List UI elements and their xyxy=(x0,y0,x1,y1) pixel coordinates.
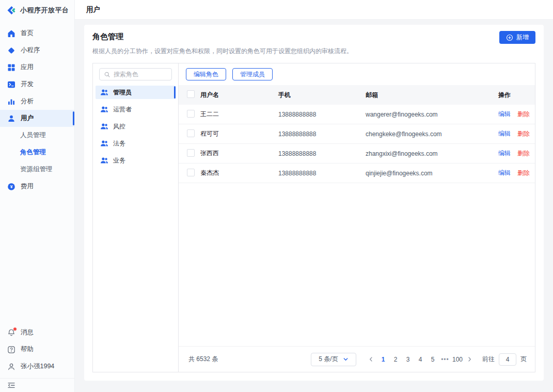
sidebar-item-develop[interactable]: 开发 xyxy=(0,76,74,93)
cell-phone: 13888888888 xyxy=(278,150,366,157)
sidebar-item-help[interactable]: 帮助 xyxy=(0,341,74,358)
bell-icon xyxy=(7,329,15,337)
delete-link[interactable]: 删除 xyxy=(517,129,530,138)
role-list: 管理员 运营者 风控 xyxy=(96,86,176,167)
role-item-label: 风控 xyxy=(113,122,125,131)
manage-members-button[interactable]: 管理成员 xyxy=(232,68,273,80)
edit-role-button[interactable]: 编辑角色 xyxy=(186,68,226,80)
sidebar-item-label: 开发 xyxy=(21,80,34,89)
delete-link[interactable]: 删除 xyxy=(517,110,530,119)
sidebar-item-apps[interactable]: 应用 xyxy=(0,59,74,76)
next-page-button[interactable] xyxy=(465,353,474,366)
app-root: 小程序开放平台 首页 小程序 应用 xyxy=(0,0,553,392)
brand: 小程序开放平台 xyxy=(0,0,74,21)
role-list-item[interactable]: 风控 xyxy=(96,120,176,133)
chevron-down-icon xyxy=(343,356,349,362)
role-panel: 管理员 运营者 风控 xyxy=(93,63,179,372)
page-description: 根据人员的分工协作，设置对应角色和权限，同时设置的角色可用于设置您组织内的审核流… xyxy=(92,47,535,56)
column-header-phone: 手机 xyxy=(278,91,366,100)
search-icon xyxy=(104,71,110,78)
app-logo-icon xyxy=(6,5,17,15)
cell-username: 秦杰杰 xyxy=(200,169,278,177)
page-number[interactable]: ••• xyxy=(440,353,450,366)
sidebar-item-label: 消息 xyxy=(21,328,34,337)
page-number[interactable]: 100 xyxy=(452,353,463,366)
sidebar-item-label: 帮助 xyxy=(21,345,34,354)
goto-label: 前往 xyxy=(482,355,495,364)
cell-username: 张西西 xyxy=(200,149,278,158)
page-number[interactable]: 5 xyxy=(428,353,438,366)
page-title: 角色管理 xyxy=(92,32,535,42)
role-list-item[interactable]: 管理员 xyxy=(96,86,176,99)
edit-link[interactable]: 编辑 xyxy=(498,169,511,177)
role-item-label: 运营者 xyxy=(113,105,132,114)
role-list-item[interactable]: 业务 xyxy=(96,154,176,167)
prev-page-button[interactable] xyxy=(367,353,376,366)
table-row: 程可可 13888888888 chengkeke@flnogeeks.com … xyxy=(179,124,535,144)
users-icon xyxy=(100,139,108,148)
svg-text:¥: ¥ xyxy=(10,184,13,189)
delete-link[interactable]: 删除 xyxy=(517,169,530,177)
page-number[interactable]: 4 xyxy=(415,353,425,366)
row-checkbox[interactable] xyxy=(187,169,195,176)
sidebar-item-billing[interactable]: ¥ 费用 xyxy=(0,178,74,195)
edit-link[interactable]: 编辑 xyxy=(498,129,511,138)
role-search-input[interactable] xyxy=(114,71,167,78)
add-button[interactable]: 新增 xyxy=(499,31,535,44)
row-checkbox[interactable] xyxy=(187,129,195,137)
table-row: 王二二 13888888888 wangerer@finogeeks.com 编… xyxy=(179,105,535,124)
table-body: 王二二 13888888888 wangerer@finogeeks.com 编… xyxy=(179,105,535,183)
role-list-item[interactable]: 法务 xyxy=(96,137,176,150)
page-size-select[interactable]: 5 条/页 xyxy=(311,353,356,366)
user-icon xyxy=(7,115,15,123)
table-empty-space xyxy=(179,183,535,346)
role-search[interactable] xyxy=(99,68,172,80)
page-number[interactable]: 2 xyxy=(390,353,401,366)
sidebar-subitem-personnel[interactable]: 人员管理 xyxy=(0,127,74,144)
sidebar-item-account[interactable]: 张小强1994 xyxy=(0,358,74,375)
column-header-actions: 操作 xyxy=(498,91,535,100)
delete-link[interactable]: 删除 xyxy=(517,149,530,158)
sidebar-item-label: 应用 xyxy=(21,63,34,72)
row-checkbox[interactable] xyxy=(187,110,195,118)
sidebar-footer: 消息 帮助 张小强19 xyxy=(0,324,74,392)
sidebar-item-miniprogram[interactable]: 小程序 xyxy=(0,42,74,59)
goto-page-input[interactable] xyxy=(499,353,516,366)
cell-email: qinjiejie@finogeeks.com xyxy=(366,170,498,177)
role-list-item[interactable]: 运营者 xyxy=(96,103,176,116)
row-checkbox[interactable] xyxy=(187,149,195,157)
members-table-area: 编辑角色 管理成员 用户名 手机 邮箱 操作 王二二 13888888888 w… xyxy=(179,63,535,372)
sidebar-item-label: 首页 xyxy=(21,29,34,38)
page-size-value: 5 条/页 xyxy=(319,355,338,364)
select-all-checkbox[interactable] xyxy=(187,90,195,98)
sidebar-item-analytics[interactable]: 分析 xyxy=(0,93,74,110)
terminal-icon xyxy=(7,80,15,89)
sidebar-item-label: 分析 xyxy=(21,97,34,106)
cell-email: zhangxixi@finogeeks.com xyxy=(366,150,498,157)
cell-email: chengkeke@flnogeeks.com xyxy=(366,130,498,138)
yuan-coin-icon: ¥ xyxy=(7,183,15,191)
column-header-username: 用户名 xyxy=(200,91,278,100)
plus-circle-icon xyxy=(506,34,513,41)
sidebar-collapse-button[interactable] xyxy=(0,378,74,392)
person-icon xyxy=(7,363,15,371)
edit-link[interactable]: 编辑 xyxy=(498,110,511,119)
total-count: 共 6532 条 xyxy=(188,355,218,364)
page-number[interactable]: 1 xyxy=(378,353,388,366)
sidebar-item-messages[interactable]: 消息 xyxy=(0,324,74,341)
sidebar-subitem-roles[interactable]: 角色管理 xyxy=(0,144,74,161)
topbar-title: 用户 xyxy=(86,5,100,14)
topbar: 用户 xyxy=(75,0,553,20)
sidebar: 小程序开放平台 首页 小程序 应用 xyxy=(0,0,75,392)
chevron-left-icon xyxy=(368,356,374,362)
sidebar-subitem-resource-groups[interactable]: 资源组管理 xyxy=(0,161,74,178)
page-number[interactable]: 3 xyxy=(403,353,413,366)
help-icon xyxy=(7,346,15,354)
edit-link[interactable]: 编辑 xyxy=(498,149,511,158)
diamond-icon xyxy=(7,46,15,55)
sidebar-item-home[interactable]: 首页 xyxy=(0,25,74,42)
card-header: 角色管理 根据人员的分工协作，设置对应角色和权限，同时设置的角色可用于设置您组织… xyxy=(92,32,535,56)
sidebar-item-users[interactable]: 用户 xyxy=(0,110,74,127)
sidebar-subitem-label: 人员管理 xyxy=(20,131,46,140)
add-button-label: 新增 xyxy=(516,33,529,42)
